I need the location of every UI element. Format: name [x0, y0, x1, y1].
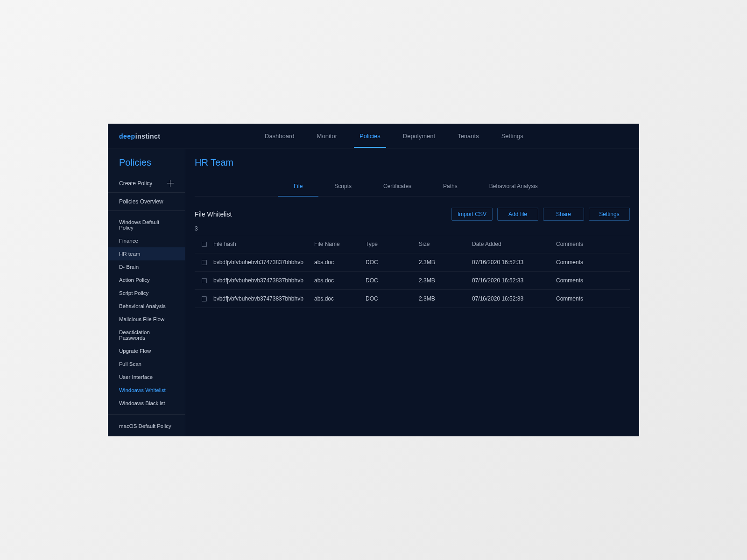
sidebar-item[interactable]: HR team — [108, 247, 185, 260]
cell-comments: Comments — [556, 295, 630, 302]
add-file-button[interactable]: Add file — [497, 208, 538, 221]
sidebar-item[interactable]: Malicious File Flow — [108, 313, 185, 326]
sidebar-item[interactable]: Windoaws Blacklist — [108, 397, 185, 410]
logo: deepinstinct — [119, 133, 188, 140]
row-checkbox-cell — [195, 260, 213, 265]
cell-hash: bvbdfjvbfvbuhebvb37473837bhbhvb — [213, 295, 314, 302]
sub-tab-file[interactable]: File — [278, 176, 318, 196]
sidebar-item[interactable]: User Interface — [108, 371, 185, 384]
nav-tab-tenants[interactable]: Tenants — [446, 124, 490, 148]
cell-hash: bvbdfjvbfvbuhebvb37473837bhbhvb — [213, 277, 314, 284]
nav-tabs: DashboardMonitorPoliciesDepolymentTenant… — [188, 124, 628, 148]
header-name[interactable]: File Name — [314, 241, 366, 247]
header-checkbox-cell — [195, 242, 213, 247]
sidebar-item[interactable]: D- Brain — [108, 260, 185, 273]
nav-tab-dashboard[interactable]: Dashboard — [254, 124, 306, 148]
action-buttons: Import CSV Add file Share Settings — [451, 208, 630, 221]
body-area: Policies Create Policy Policies Overview… — [108, 149, 639, 436]
row-checkbox-cell — [195, 296, 213, 301]
cell-size: 2.3MB — [419, 295, 472, 302]
import-csv-button[interactable]: Import CSV — [451, 208, 493, 221]
header-size[interactable]: Size — [419, 241, 472, 247]
sidebar-item[interactable]: Full Scan — [108, 357, 185, 371]
table-row[interactable]: bvbdfjvbfvbuhebvb37473837bhbhvbabs.docDO… — [195, 272, 630, 290]
nav-tab-monitor[interactable]: Monitor — [306, 124, 348, 148]
sidebar-item[interactable]: Behavioral Analysis — [108, 300, 185, 313]
plus-icon — [167, 180, 174, 187]
sidebar-item[interactable]: Upgrate Flow — [108, 344, 185, 357]
row-checkbox[interactable] — [202, 260, 207, 265]
sidebar-item[interactable]: Action Policy — [108, 273, 185, 287]
cell-name: abs.doc — [314, 295, 366, 302]
cell-name: abs.doc — [314, 277, 366, 284]
row-checkbox-cell — [195, 278, 213, 283]
cell-date: 07/16/2020 16:52:33 — [472, 277, 556, 284]
sidebar-item[interactable]: Finance — [108, 234, 185, 247]
sub-tab-behavioral-analysis[interactable]: Behavioral Analysis — [473, 176, 554, 196]
header-type[interactable]: Type — [366, 241, 419, 247]
cell-name: abs.doc — [314, 259, 366, 266]
row-count: 3 — [195, 225, 630, 232]
settings-button[interactable]: Settings — [589, 208, 630, 221]
cell-size: 2.3MB — [419, 277, 472, 284]
cell-comments: Comments — [556, 277, 630, 284]
sub-tab-scripts[interactable]: Scripts — [318, 176, 367, 196]
sidebar-item[interactable]: Script Policy — [108, 287, 185, 300]
sub-tab-paths[interactable]: Paths — [427, 176, 473, 196]
sidebar-item[interactable]: Windows Default Policy — [108, 216, 185, 234]
header-hash[interactable]: File hash — [213, 241, 314, 247]
sidebar-title: Policies — [108, 149, 185, 175]
row-checkbox[interactable] — [202, 296, 207, 301]
cell-type: DOC — [366, 259, 419, 266]
cell-type: DOC — [366, 277, 419, 284]
sub-tab-certificates[interactable]: Certificates — [367, 176, 427, 196]
logo-text: instinct — [135, 133, 161, 140]
cell-size: 2.3MB — [419, 259, 472, 266]
sidebar-item[interactable]: Windoaws Whitelist — [108, 384, 185, 397]
create-policy-button[interactable]: Create Policy — [108, 175, 185, 193]
table-row[interactable]: bvbdfjvbfvbuhebvb37473837bhbhvbabs.docDO… — [195, 290, 630, 308]
page-title: HR Team — [195, 157, 630, 168]
policies-overview-button[interactable]: Policies Overview — [108, 193, 185, 210]
nav-tab-policies[interactable]: Policies — [348, 124, 392, 148]
table-header-row: File hash File Name Type Size Date Added… — [195, 235, 630, 253]
section-header: File Whitelist Import CSV Add file Share… — [195, 208, 630, 221]
nav-tab-depolyment[interactable]: Depolyment — [392, 124, 446, 148]
sidebar: Policies Create Policy Policies Overview… — [108, 149, 185, 436]
section-title: File Whitelist — [195, 210, 232, 218]
share-button[interactable]: Share — [543, 208, 584, 221]
table-row[interactable]: bvbdfjvbfvbuhebvb37473837bhbhvbabs.docDO… — [195, 253, 630, 272]
cell-date: 07/16/2020 16:52:33 — [472, 295, 556, 302]
sidebar-item[interactable]: Deacticiation Passwords — [108, 326, 185, 344]
sidebar-policy-list: Windows Default PolicyFinanceHR teamD- B… — [108, 210, 185, 414]
cell-type: DOC — [366, 295, 419, 302]
row-checkbox[interactable] — [202, 278, 207, 283]
main-content: HR Team FileScriptsCertificatesPathsBeha… — [185, 149, 639, 436]
app-window: deepinstinct DashboardMonitorPoliciesDep… — [108, 124, 639, 436]
cell-date: 07/16/2020 16:52:33 — [472, 259, 556, 266]
sidebar-item-macos[interactable]: macOS Default Policy — [108, 420, 185, 433]
file-table: File hash File Name Type Size Date Added… — [195, 235, 630, 308]
top-nav: deepinstinct DashboardMonitorPoliciesDep… — [108, 124, 639, 149]
nav-tab-settings[interactable]: Settings — [490, 124, 535, 148]
sub-tabs: FileScriptsCertificatesPathsBehavioral A… — [195, 176, 630, 196]
cell-comments: Comments — [556, 259, 630, 266]
logo-accent: deep — [119, 133, 135, 140]
sidebar-footer-section: macOS Default Policy — [108, 414, 185, 433]
cell-hash: bvbdfjvbfvbuhebvb37473837bhbhvb — [213, 259, 314, 266]
header-date[interactable]: Date Added — [472, 241, 556, 247]
header-comments[interactable]: Comments — [556, 241, 630, 247]
select-all-checkbox[interactable] — [202, 242, 207, 247]
create-policy-label: Create Policy — [119, 180, 152, 187]
